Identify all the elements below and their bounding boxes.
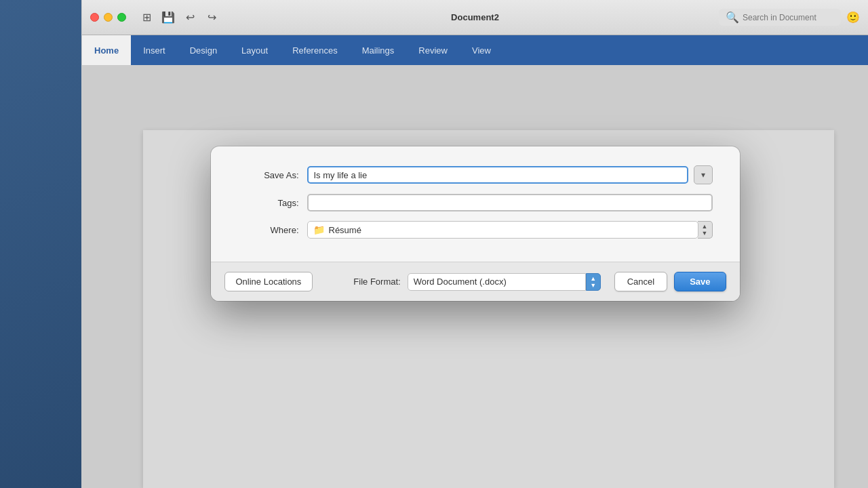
smiley-icon[interactable]: 🙂	[846, 11, 860, 24]
title-bar: ⊞ 💾 ↩ ↪ Document2 🔍 🙂	[82, 0, 868, 35]
tags-label: Tags:	[238, 198, 299, 208]
where-stepper[interactable]: ▲ ▼	[698, 221, 713, 239]
tab-design[interactable]: Design	[178, 35, 229, 65]
dialog-actions: Cancel Save	[614, 272, 726, 291]
where-row: Where: 📁 Résumé ▲ ▼	[238, 221, 713, 239]
tab-references[interactable]: References	[280, 35, 349, 65]
dialog-overlay: Save As: ▾ Tags: Where:	[82, 65, 868, 488]
format-chevron-down-icon: ▼	[590, 282, 596, 289]
toolbar-icons: ⊞ 💾 ↩ ↪	[140, 11, 218, 24]
tab-view[interactable]: View	[460, 35, 503, 65]
tab-mailings[interactable]: Mailings	[350, 35, 407, 65]
save-dialog: Save As: ▾ Tags: Where:	[211, 146, 740, 301]
online-locations-button[interactable]: Online Locations	[224, 272, 313, 291]
chevron-down-icon: ▾	[701, 170, 705, 180]
chevron-up-icon: ▲	[702, 223, 708, 230]
save-label: Save	[690, 277, 710, 287]
tags-input[interactable]	[307, 194, 713, 211]
expand-button[interactable]: ▾	[694, 165, 713, 184]
save-button[interactable]: Save	[674, 272, 726, 291]
tags-row: Tags:	[238, 194, 713, 211]
file-format-label: File Format:	[353, 277, 400, 287]
search-icon: 🔍	[726, 11, 739, 24]
tab-review[interactable]: Review	[406, 35, 460, 65]
format-chevron-up-icon: ▲	[590, 275, 596, 282]
cancel-label: Cancel	[627, 277, 654, 287]
search-bar[interactable]: 🔍	[719, 9, 841, 26]
where-select[interactable]: 📁 Résumé	[307, 221, 698, 239]
where-select-wrapper: 📁 Résumé ▲ ▼	[307, 221, 713, 239]
mac-window: ⊞ 💾 ↩ ↪ Document2 🔍 🙂 Home Insert Design	[81, 0, 868, 488]
save-as-label: Save As:	[238, 170, 299, 180]
folder-icon: 📁	[313, 224, 325, 235]
maximize-button[interactable]	[117, 13, 126, 22]
redo-icon[interactable]: ↪	[205, 11, 218, 24]
format-select[interactable]: Word Document (.docx)	[408, 273, 586, 291]
cancel-button[interactable]: Cancel	[614, 272, 667, 291]
format-value: Word Document (.docx)	[414, 277, 507, 287]
format-select-wrapper: Word Document (.docx) ▲ ▼	[408, 273, 601, 291]
format-stepper[interactable]: ▲ ▼	[586, 273, 601, 291]
tab-home[interactable]: Home	[82, 35, 131, 65]
save-as-input[interactable]	[307, 166, 688, 184]
save-icon[interactable]: 💾	[161, 11, 175, 24]
ribbon: Home Insert Design Layout References Mai…	[82, 35, 868, 65]
search-input[interactable]	[743, 13, 834, 22]
notebook-icon[interactable]: ⊞	[140, 11, 153, 24]
dialog-main: Save As: ▾ Tags: Where:	[211, 146, 740, 262]
window-title: Document2	[451, 12, 499, 22]
close-button[interactable]	[90, 13, 99, 22]
dialog-bottom: Online Locations File Format: Word Docum…	[211, 262, 740, 301]
undo-icon[interactable]: ↩	[183, 11, 197, 24]
minimize-button[interactable]	[104, 13, 113, 22]
sidebar-left	[0, 0, 81, 488]
title-bar-right: 🔍 🙂	[719, 9, 860, 26]
save-as-row: Save As: ▾	[238, 165, 713, 184]
online-locations-label: Online Locations	[236, 277, 302, 287]
where-value: Résumé	[329, 225, 361, 235]
tab-insert[interactable]: Insert	[131, 35, 178, 65]
tab-layout[interactable]: Layout	[229, 35, 280, 65]
where-label: Where:	[238, 225, 299, 235]
traffic-lights	[90, 13, 126, 22]
document-area: Save As: ▾ Tags: Where:	[82, 65, 868, 488]
chevron-down-icon: ▼	[702, 230, 708, 237]
